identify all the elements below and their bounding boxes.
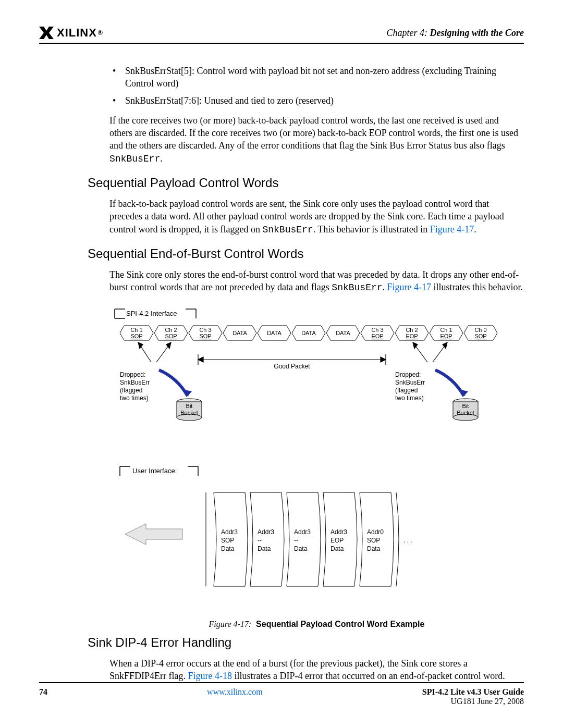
- svg-text:Ch 3: Ch 3: [199, 327, 211, 333]
- svg-text:Data: Data: [258, 545, 271, 552]
- svg-text:Bucket: Bucket: [180, 410, 198, 416]
- svg-text:Addr3: Addr3: [221, 528, 238, 536]
- paragraph: If the core receives two (or more) back-…: [109, 114, 524, 165]
- figure-caption: Figure 4-17: Sequential Payload Control …: [109, 620, 524, 629]
- figure-title: Sequential Payload Control Word Example: [256, 620, 424, 628]
- svg-text:Ch 1: Ch 1: [130, 327, 142, 333]
- svg-text:DATA: DATA: [267, 330, 282, 336]
- svg-marker-40: [138, 342, 143, 349]
- doc-id: UG181 June 27, 2008: [422, 697, 524, 706]
- svg-text:SnkBusErr: SnkBusErr: [120, 379, 150, 386]
- svg-text:EOP: EOP: [331, 537, 344, 544]
- svg-text:Addr3: Addr3: [294, 528, 311, 536]
- heading-seq-eob: Sequential End-of-Burst Control Words: [88, 246, 524, 261]
- list-item: SnkBusErrStat[5]: Control word with payl…: [109, 65, 524, 90]
- page-footer: 74 www.xilinx.com SPI-4.2 Lite v4.3 User…: [39, 682, 524, 706]
- code-text: SnkBusErr: [332, 282, 382, 293]
- svg-text:EOP: EOP: [371, 333, 383, 339]
- chapter-prefix: Chapter 4:: [386, 28, 427, 38]
- svg-marker-35: [198, 357, 203, 362]
- user-interface-label: User Interface:: [132, 467, 177, 475]
- svg-text:EOP: EOP: [406, 333, 418, 339]
- page-number: 74: [39, 687, 47, 706]
- code-text: SnkBusErr: [109, 154, 160, 164]
- footer-link[interactable]: www.xilinx.com: [207, 687, 263, 696]
- svg-text:Ch 3: Ch 3: [371, 327, 383, 333]
- svg-text:(flagged: (flagged: [120, 387, 142, 394]
- svg-text:(flagged: (flagged: [395, 387, 418, 394]
- chapter-label: Chapter 4: Designing with the Core: [386, 28, 524, 39]
- svg-text:Dropped:: Dropped:: [395, 371, 421, 378]
- svg-text:SOP: SOP: [367, 537, 380, 544]
- page: XILINX ® Chapter 4: Designing with the C…: [0, 0, 563, 728]
- good-packet-label: Good Packet: [274, 363, 310, 370]
- svg-text:Addr3: Addr3: [258, 528, 274, 536]
- svg-text:DATA: DATA: [301, 330, 316, 336]
- svg-text:--: --: [258, 537, 262, 544]
- svg-text:Ch 2: Ch 2: [165, 327, 177, 333]
- paragraph: If back-to-back payload control words ar…: [109, 198, 524, 236]
- footer-url: www.xilinx.com: [207, 687, 263, 706]
- logo-icon: [39, 27, 54, 39]
- svg-marker-36: [381, 357, 386, 362]
- svg-text:SOP: SOP: [165, 333, 177, 339]
- svg-text:Data: Data: [331, 545, 344, 552]
- svg-text:SOP: SOP: [199, 333, 211, 339]
- logo-reg: ®: [98, 29, 103, 36]
- spi-label: SPI-4.2 Interface: [126, 310, 177, 317]
- svg-text:--: --: [294, 537, 298, 544]
- svg-text:Bucket: Bucket: [457, 410, 474, 416]
- timing-row: Ch 1SOP Ch 2SOP Ch 3SOP DATA DATA DATA D…: [120, 326, 497, 340]
- svg-text:EOP: EOP: [440, 333, 452, 339]
- code-text: SnkBusErr: [262, 225, 313, 235]
- figure-link[interactable]: Figure 4-17: [430, 224, 474, 235]
- paragraph: The Sink core only stores the end-of-bur…: [109, 268, 524, 294]
- footer-doc: SPI-4.2 Lite v4.3 User Guide UG181 June …: [422, 687, 524, 706]
- list-item: SnkBusErrStat[7:6]: Unused and tied to z…: [109, 94, 524, 107]
- svg-text:DATA: DATA: [336, 330, 350, 336]
- svg-text:Data: Data: [367, 545, 381, 552]
- svg-text:SnkBusErr: SnkBusErr: [395, 379, 425, 386]
- heading-seq-payload: Sequential Payload Control Words: [88, 176, 524, 190]
- figure-link[interactable]: Figure 4-17: [387, 282, 432, 292]
- svg-text:SOP: SOP: [221, 537, 234, 544]
- svg-text:Addr0: Addr0: [367, 528, 384, 536]
- svg-marker-71: [125, 524, 182, 545]
- figure-number: Figure 4-17:: [209, 620, 252, 628]
- svg-text:SOP: SOP: [474, 333, 486, 339]
- svg-text:Bit: Bit: [186, 403, 193, 409]
- heading-dip4: Sink DIP-4 Error Handling: [88, 635, 524, 650]
- svg-text:Dropped:: Dropped:: [120, 371, 145, 378]
- svg-text:Ch 2: Ch 2: [406, 327, 418, 333]
- chapter-title: Designing with the Core: [430, 28, 524, 38]
- svg-text:Ch 0: Ch 0: [474, 327, 486, 333]
- svg-text:SOP: SOP: [130, 333, 142, 339]
- svg-text:Bit: Bit: [462, 403, 469, 409]
- svg-text:Addr3: Addr3: [331, 528, 347, 536]
- bullet-list: SnkBusErrStat[5]: Control word with payl…: [109, 65, 524, 107]
- svg-text:DATA: DATA: [232, 330, 247, 336]
- svg-text:Data: Data: [221, 545, 235, 552]
- guide-title: SPI-4.2 Lite v4.3 User Guide: [422, 687, 524, 697]
- svg-text:Ch 1: Ch 1: [440, 327, 452, 333]
- svg-text:two times): two times): [120, 394, 149, 402]
- svg-text:two times): two times): [395, 394, 424, 402]
- page-body: SnkBusErrStat[5]: Control word with payl…: [39, 65, 524, 682]
- figure-link[interactable]: Figure 4-18: [188, 671, 232, 681]
- diagram-svg: SPI-4.2 Interface Ch 1SOP Ch 2SOP Ch 3SO…: [109, 305, 516, 612]
- page-header: XILINX ® Chapter 4: Designing with the C…: [39, 26, 524, 44]
- svg-text:Data: Data: [294, 545, 308, 552]
- paragraph: When a DIP-4 error occurs at the end of …: [109, 657, 524, 683]
- figure-4-17: SPI-4.2 Interface Ch 1SOP Ch 2SOP Ch 3SO…: [109, 305, 524, 629]
- xilinx-logo: XILINX ®: [39, 26, 103, 40]
- svg-text:. . .: . . .: [403, 537, 412, 544]
- logo-text: XILINX: [57, 26, 97, 40]
